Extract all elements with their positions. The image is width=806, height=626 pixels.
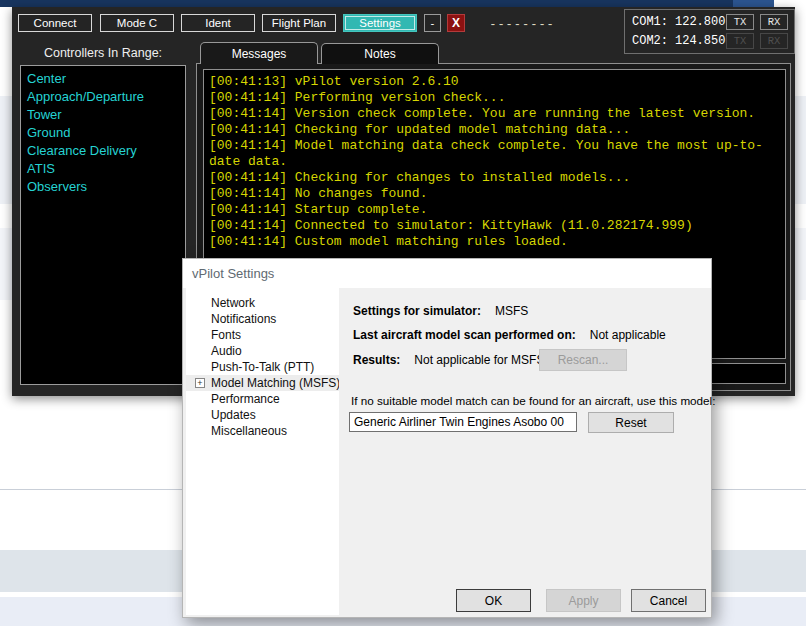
rx-button[interactable]: RX <box>760 33 788 49</box>
com-label: COM1: <box>632 15 668 29</box>
controller-list-item[interactable]: Clearance Delivery <box>21 142 185 160</box>
minimize-icon: - <box>431 17 435 29</box>
connect-button[interactable]: Connect <box>18 14 92 32</box>
vpilot-settings-dialog: vPilot Settings + Network + Notification… <box>182 258 712 618</box>
settings-nav-tree: + Network + Notifications + Fonts + Audi… <box>186 288 339 615</box>
ident-button[interactable]: Ident <box>181 14 255 32</box>
settings-nav-item[interactable]: + Audio <box>186 343 339 359</box>
settings-nav-label: Push-To-Talk (PTT) <box>211 360 314 374</box>
com-frequency: 124.850 <box>675 34 725 48</box>
fallback-model-input[interactable] <box>349 412 577 432</box>
com-frequency: 122.800 <box>675 15 725 29</box>
simulator-row: Settings for simulator:MSFS <box>353 304 528 318</box>
settings-button[interactable]: Settings <box>343 14 417 32</box>
settings-nav-label: Notifications <box>211 312 276 326</box>
results-value: Not applicable for MSFS <box>414 353 544 367</box>
results-row: Results:Not applicable for MSFS <box>353 353 544 367</box>
controller-list-item[interactable]: Center <box>21 70 185 88</box>
close-button[interactable]: X <box>447 14 465 32</box>
minimize-button[interactable]: - <box>424 14 441 32</box>
mode-c-button[interactable]: Mode C <box>100 14 174 32</box>
simulator-label: Settings for simulator: <box>353 304 481 318</box>
settings-nav-label: Audio <box>211 344 242 358</box>
message-line: [00:41:14] Custom model matching rules l… <box>209 234 780 250</box>
background-window-titlebar <box>0 0 733 7</box>
simulator-value: MSFS <box>495 304 528 318</box>
settings-nav-item[interactable]: + Model Matching (MSFS) <box>186 375 339 391</box>
settings-nav-label: Updates <box>211 408 256 422</box>
com-label: COM2: <box>632 34 668 48</box>
settings-nav-item[interactable]: + Updates <box>186 407 339 423</box>
expand-plus-icon[interactable]: + <box>195 378 205 388</box>
cancel-button[interactable]: Cancel <box>631 589 706 612</box>
message-line: [00:41:14] Startup complete. <box>209 202 780 218</box>
close-icon: X <box>452 16 460 30</box>
controller-list-item[interactable]: ATIS <box>21 160 185 178</box>
controller-list-item[interactable]: Tower <box>21 106 185 124</box>
settings-nav-item[interactable]: + Push-To-Talk (PTT) <box>186 359 339 375</box>
message-line: [00:41:14] Performing version check... <box>209 90 780 106</box>
callsign-display: -------- <box>482 18 562 32</box>
background-window-titlebar-accent <box>733 0 774 7</box>
reset-button[interactable]: Reset <box>588 412 674 433</box>
settings-nav-label: Miscellaneous <box>211 424 287 438</box>
dialog-title: vPilot Settings <box>192 266 274 281</box>
com-row: COM1: 122.800 TX RX <box>632 13 788 31</box>
com-row: COM2: 124.850 TX RX <box>632 32 788 50</box>
settings-nav-label: Performance <box>211 392 280 406</box>
last-scan-label: Last aircraft model scan performed on: <box>353 328 576 342</box>
settings-nav-item[interactable]: + Fonts <box>186 327 339 343</box>
dialog-titlebar[interactable]: vPilot Settings <box>183 259 711 288</box>
tab[interactable]: Notes <box>321 43 439 64</box>
tx-button[interactable]: TX <box>726 14 754 30</box>
flight-plan-button[interactable]: Flight Plan <box>262 14 336 32</box>
settings-nav-item[interactable]: + Network <box>186 295 339 311</box>
rescan-button: Rescan... <box>539 349 627 371</box>
message-line: [00:41:14] Checking for changes to insta… <box>209 170 780 186</box>
settings-nav-label: Fonts <box>211 328 241 342</box>
apply-button: Apply <box>546 589 621 612</box>
screen: Connect Mode C Ident Flight Plan Setting… <box>0 0 806 626</box>
settings-nav-item[interactable]: + Performance <box>186 391 339 407</box>
settings-nav-item[interactable]: + Notifications <box>186 311 339 327</box>
message-line: [00:41:14] Checking for updated model ma… <box>209 122 780 138</box>
last-scan-row: Last aircraft model scan performed on:No… <box>353 328 666 342</box>
settings-nav-label: Network <box>211 296 255 310</box>
com-radio-panel: COM1: 122.800 TX RX COM2: 124.850 TX RX <box>624 9 795 54</box>
message-line: [00:41:14] Version check complete. You a… <box>209 106 780 122</box>
fallback-model-label: If no suitable model match can be found … <box>351 394 715 407</box>
message-line: [00:41:14] Model matching data check com… <box>209 138 780 170</box>
controllers-in-range-title: Controllers In Range: <box>20 46 186 60</box>
message-line: [00:41:14] No changes found. <box>209 186 780 202</box>
last-scan-value: Not applicable <box>590 328 666 342</box>
message-line: [00:41:13] vPilot version 2.6.10 <box>209 74 780 90</box>
rx-button[interactable]: RX <box>760 14 788 30</box>
settings-nav-item[interactable]: + Miscellaneous <box>186 423 339 439</box>
controller-list-item[interactable]: Approach/Departure <box>21 88 185 106</box>
results-label: Results: <box>353 353 400 367</box>
controller-list-item[interactable]: Ground <box>21 124 185 142</box>
settings-nav-label: Model Matching (MSFS) <box>211 376 339 390</box>
controller-list-item[interactable]: Observers <box>21 178 185 196</box>
ok-button[interactable]: OK <box>456 589 531 612</box>
controllers-list: Center Approach/Departure Tower Ground C… <box>20 65 186 385</box>
message-line: [00:41:14] Connected to simulator: Kitty… <box>209 218 780 234</box>
tx-button[interactable]: TX <box>726 33 754 49</box>
tab[interactable]: Messages <box>200 42 318 64</box>
